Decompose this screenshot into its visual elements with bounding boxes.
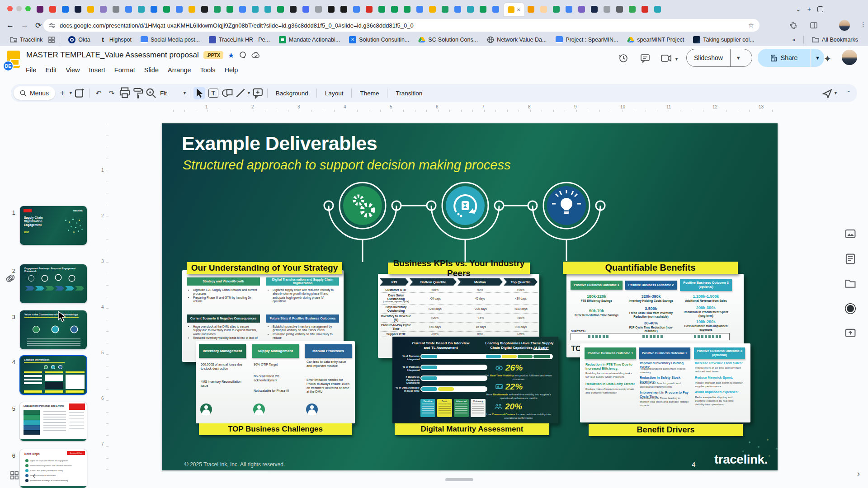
add-slide-dropdown-icon[interactable]: ▼ [69,91,73,95]
browser-tab[interactable] [601,3,612,15]
back-icon[interactable]: ← [6,21,14,30]
version-history-icon[interactable] [618,53,628,63]
browser-tab[interactable] [401,3,412,15]
browser-tab[interactable] [110,3,121,15]
background-button[interactable]: Background [271,90,313,97]
business-challenges-card[interactable]: Inventory Management Supply Management M… [196,341,355,423]
expand-panel-icon[interactable]: › [857,469,860,479]
slides-panel-icon[interactable] [844,228,856,240]
bookmark-folder-tracelink[interactable]: Tracelink [6,35,46,45]
address-bar[interactable]: docs.google.com/presentation/d/1HMqat-ux… [43,19,760,32]
bookmarks-overflow[interactable]: » [788,35,799,44]
share-dropdown-icon[interactable]: ▼ [811,49,824,67]
tab-close-icon[interactable]: × [517,6,520,13]
bookmark-okta[interactable]: Okta [65,35,94,45]
browser-tab[interactable] [376,3,387,15]
insert-comment-icon[interactable] [252,87,264,99]
browser-tab[interactable] [98,3,108,15]
slide-thumbnail-1[interactable]: tracelink. Supply Chain Digitalization E… [19,206,87,245]
window-close-button[interactable] [7,6,13,11]
text-box-icon[interactable]: T [208,89,218,98]
pointer-dropdown-icon[interactable]: ▼ [834,91,838,95]
slide-thumbnail-4-selected[interactable]: Example Deliverables [19,355,87,395]
browser-tab[interactable] [186,3,197,15]
browser-tab[interactable] [300,3,311,15]
bookmark-project-spearmint[interactable]: Project : SpearMIN... [552,35,622,45]
star-icon[interactable]: ★ [228,51,234,60]
section-footer-drivers[interactable]: Benefit Drivers [589,424,743,436]
browser-tab[interactable] [525,3,536,15]
browser-tab[interactable] [439,3,450,15]
browser-tab[interactable] [224,3,235,15]
pointer-mode-icon[interactable] [821,87,833,99]
collapse-filmstrip-icon[interactable]: ‹ [33,471,35,480]
document-title[interactable]: MASTER TEMPLATE_Value Assessment proposa… [26,51,199,60]
menu-view[interactable]: View [61,65,84,75]
digital-maturity-card[interactable]: Current State Based On Interviewand TL A… [392,337,558,423]
menu-format[interactable]: Format [110,65,139,75]
browser-tab[interactable] [652,3,663,15]
browser-tab[interactable] [148,3,159,15]
line-dropdown-icon[interactable]: ▼ [247,91,251,95]
browser-tab[interactable] [452,3,463,15]
bookmark-star-icon[interactable]: ☆ [748,21,754,29]
bookmark-taking-supplier[interactable]: Taking supplier col... [689,35,758,45]
share-screen-panel-icon[interactable] [844,328,856,339]
select-tool-icon[interactable] [193,87,205,99]
new-tab-icon[interactable]: + [807,5,811,13]
browser-tab[interactable] [627,3,637,15]
document-status-icon[interactable] [251,52,260,59]
share-button[interactable]: Share [758,49,810,67]
browser-tab[interactable] [199,3,210,15]
menu-slide[interactable]: Slide [140,65,163,75]
add-to-drive-icon[interactable] [239,51,247,59]
browser-tab[interactable] [85,3,96,15]
browser-tab[interactable] [639,3,650,15]
line-tool-icon[interactable] [235,87,246,99]
browser-tab[interactable] [538,3,549,15]
menu-file[interactable]: File [22,65,40,75]
record-icon[interactable] [844,303,856,314]
browser-tab[interactable] [551,3,561,15]
browser-tab[interactable] [563,3,574,15]
window-minimize-button[interactable] [16,6,22,11]
browser-tab[interactable] [34,3,45,15]
bookmark-solution-consulting[interactable]: ✕Solution Consultin... [345,35,413,45]
theme-button[interactable]: Theme [355,90,384,97]
add-slide-button[interactable]: + [57,87,68,99]
section-footer-maturity[interactable]: Digital Maturity Assessment [395,423,549,435]
browser-tab[interactable] [262,3,273,15]
bookmark-network-value[interactable]: Network Value Da... [483,35,550,45]
section-header-kpis[interactable]: Business KPIs vs. Your Industry Peers [388,263,530,274]
browser-tab[interactable] [161,3,172,15]
slideshow-button[interactable]: Slideshow [687,54,730,61]
forward-icon[interactable]: → [21,21,28,30]
zoom-dropdown-icon[interactable]: ▼ [183,91,187,95]
slide-thumbnail-3[interactable]: Value is the Cornerstone of Our Methodol… [19,310,87,350]
bookmark-sc-solution[interactable]: SC-Solution Cons... [415,35,481,45]
reload-icon[interactable]: ⟳ [35,21,42,30]
tab-search-icon[interactable]: ⌄ [796,5,801,13]
new-slide-layout-icon[interactable] [74,87,86,99]
browser-tab[interactable] [212,3,222,15]
zoom-level[interactable]: Fit [158,90,169,97]
browser-tab[interactable] [174,3,184,15]
section-footer-challenges[interactable]: TOP Business Challenges [199,423,352,435]
section-header-strategy[interactable]: Our Understanding of Your Strategy [187,262,342,274]
slideshow-dropdown-icon[interactable]: ▼ [730,49,746,66]
bookmark-social-media[interactable]: Social Media post... [137,35,203,45]
slide-thumbnail-5[interactable]: Engagement Personas and Efforts [19,402,87,441]
all-bookmarks[interactable]: All Bookmarks [808,35,862,45]
browser-tab[interactable] [363,3,374,15]
comments-icon[interactable] [640,53,650,63]
collapse-toolbar-icon[interactable]: ⌃ [843,87,854,99]
browser-tab[interactable] [338,3,349,15]
browser-tab[interactable] [465,3,476,15]
browser-tab[interactable] [589,3,599,15]
slide-animations-icon[interactable] [5,274,15,284]
active-browser-tab[interactable]: × [504,3,524,16]
grid-view-icon[interactable] [10,471,19,480]
browser-tab[interactable] [288,3,298,15]
folder-panel-icon[interactable] [844,278,856,290]
browser-tab[interactable] [477,3,488,15]
